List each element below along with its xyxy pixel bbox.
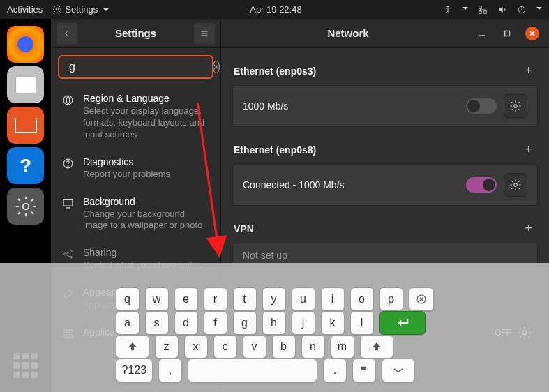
minimize-icon: [479, 30, 486, 37]
svg-rect-4: [479, 10, 482, 13]
connection-label: Connected - 1000 Mb/s: [243, 179, 345, 190]
key-s[interactable]: s: [145, 311, 169, 335]
connection-settings-button[interactable]: [504, 173, 527, 197]
window-close-button[interactable]: [525, 27, 539, 40]
key-j[interactable]: j: [292, 311, 315, 335]
svg-rect-2: [479, 6, 482, 8]
key-b[interactable]: b: [272, 335, 296, 359]
key-g[interactable]: g: [233, 311, 257, 335]
key-space[interactable]: [188, 359, 317, 382]
key-hide[interactable]: [382, 359, 415, 382]
key-.[interactable]: .: [323, 359, 347, 382]
key-,[interactable]: ,: [158, 359, 182, 382]
power-icon: [517, 5, 527, 15]
key-u[interactable]: u: [292, 287, 315, 311]
key-e[interactable]: e: [174, 287, 198, 311]
page-title: Network: [221, 27, 475, 39]
svg-point-21: [514, 183, 518, 187]
key-i[interactable]: i: [321, 287, 345, 311]
back-button[interactable]: [57, 23, 77, 44]
key-l[interactable]: l: [350, 311, 374, 335]
key-shift[interactable]: [360, 335, 393, 359]
key-d[interactable]: d: [174, 311, 198, 335]
share-icon: [62, 247, 75, 260]
add-connection-button[interactable]: +: [520, 221, 536, 236]
svg-rect-3: [484, 10, 487, 13]
sidebar-item-title: Diagnostics: [83, 156, 170, 167]
key-v[interactable]: v: [243, 335, 266, 359]
search-box[interactable]: [58, 55, 213, 79]
connection-toggle[interactable]: [466, 98, 497, 114]
close-icon: [529, 30, 536, 37]
network-icon: [478, 5, 488, 15]
sidebar-item-background[interactable]: Background Change your background image …: [51, 189, 220, 241]
key-n[interactable]: n: [301, 335, 325, 359]
svg-point-6: [22, 203, 29, 209]
add-connection-button[interactable]: +: [520, 63, 536, 78]
key-symbols[interactable]: ?123: [116, 359, 153, 382]
app-menu-label: Settings: [65, 4, 98, 15]
key-a[interactable]: a: [116, 311, 140, 335]
key-y[interactable]: y: [262, 287, 286, 311]
svg-point-14: [70, 257, 72, 259]
key-k[interactable]: k: [321, 311, 345, 335]
sidebar-item-title: Region & Language: [83, 93, 209, 104]
svg-point-20: [514, 105, 518, 108]
key-t[interactable]: t: [233, 287, 257, 311]
key-enter[interactable]: [379, 311, 426, 335]
dock-item-settings[interactable]: [7, 188, 44, 225]
close-icon: [213, 64, 219, 70]
key-shift[interactable]: [116, 335, 149, 359]
key-h[interactable]: h: [262, 311, 286, 335]
connection-settings-button[interactable]: [504, 94, 527, 118]
onscreen-keyboard: qwertyuiopasdfghjklzxcvbnm?123,. OFF: [0, 263, 549, 392]
sidebar-item-desc: Report your problems: [83, 169, 170, 181]
section-title: VPN: [234, 223, 254, 234]
hamburger-button[interactable]: [194, 23, 215, 44]
search-input[interactable]: [69, 61, 209, 73]
app-menu[interactable]: Settings: [52, 4, 109, 15]
volume-icon: [497, 5, 507, 15]
topbar-clock: Apr 19 22:48: [109, 4, 443, 15]
svg-point-10: [68, 165, 68, 166]
sidebar-title: Settings: [82, 27, 190, 39]
sidebar-item-diagnostics[interactable]: Diagnostics Report your problems: [51, 149, 220, 189]
dock-item-software[interactable]: [7, 107, 44, 144]
activities-button[interactable]: Activities: [7, 4, 43, 15]
window-maximize-button[interactable]: [500, 27, 514, 40]
menu-icon: [200, 29, 209, 38]
add-connection-button[interactable]: +: [520, 142, 536, 157]
dock-item-help[interactable]: ?: [7, 147, 44, 184]
section-header: VPN +: [234, 221, 536, 236]
clear-search-button[interactable]: [213, 61, 220, 73]
connection-toggle[interactable]: [466, 177, 497, 193]
key-z[interactable]: z: [155, 335, 179, 359]
key-w[interactable]: w: [145, 287, 169, 311]
key-m[interactable]: m: [331, 335, 354, 359]
connection-label: Not set up: [243, 250, 287, 261]
dock-item-files[interactable]: [7, 66, 44, 103]
gear-icon: [517, 325, 532, 340]
section-title: Ethernet (enp0s3): [234, 66, 316, 77]
key-q[interactable]: q: [116, 287, 140, 311]
key-x[interactable]: x: [184, 335, 208, 359]
maximize-icon: [504, 30, 511, 37]
key-p[interactable]: p: [379, 287, 403, 311]
key-emoji[interactable]: [352, 359, 376, 382]
accessibility-icon: [443, 5, 453, 15]
sidebar-item-region-language[interactable]: Region & Language Select your display la…: [51, 86, 220, 149]
svg-point-13: [70, 250, 72, 252]
network-proxy-row[interactable]: OFF: [495, 325, 532, 340]
sidebar-item-desc: Select your display language, formats, k…: [83, 105, 209, 141]
section-header: Ethernet (enp0s8) +: [234, 142, 536, 157]
key-backspace[interactable]: [409, 287, 434, 311]
key-c[interactable]: c: [213, 335, 237, 359]
key-r[interactable]: r: [204, 287, 227, 311]
key-f[interactable]: f: [204, 311, 227, 335]
dock-item-firefox[interactable]: [7, 26, 44, 63]
key-o[interactable]: o: [350, 287, 374, 311]
window-minimize-button[interactable]: [475, 27, 489, 40]
status-area[interactable]: [443, 5, 542, 15]
sidebar-item-title: Background: [83, 196, 209, 207]
svg-rect-19: [505, 31, 510, 36]
